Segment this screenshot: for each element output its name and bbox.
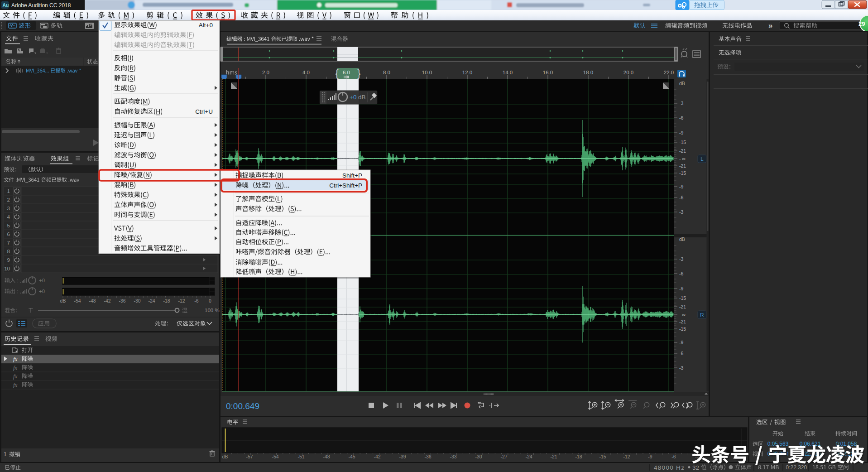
svg-text:-6: -6 xyxy=(679,271,683,276)
svg-text:6: 6 xyxy=(7,231,10,237)
svg-text:-45: -45 xyxy=(348,454,355,459)
svg-text:dB: dB xyxy=(679,236,685,242)
svg-text:-6: -6 xyxy=(679,195,683,200)
svg-text:-6: -6 xyxy=(671,454,676,459)
svg-text:-15: -15 xyxy=(679,295,686,301)
svg-text:-18: -18 xyxy=(575,454,582,459)
svg-text:22.0: 22.0 xyxy=(664,70,674,75)
svg-text:-3: -3 xyxy=(679,101,683,106)
svg-text:-6: -6 xyxy=(679,115,683,120)
svg-text:-21: -21 xyxy=(679,163,686,169)
svg-text:0: 0 xyxy=(209,298,211,303)
svg-text:-21: -21 xyxy=(679,319,686,324)
svg-text:-9: -9 xyxy=(679,286,683,291)
svg-text:-48: -48 xyxy=(323,454,330,459)
svg-text:0:22.320: 0:22.320 xyxy=(786,464,807,471)
svg-text:-9: -9 xyxy=(648,454,652,459)
svg-text:-30: -30 xyxy=(475,454,482,459)
svg-text:}: } xyxy=(357,67,360,79)
svg-text:10.0: 10.0 xyxy=(422,70,432,75)
svg-text:- ∞: - ∞ xyxy=(679,312,686,317)
svg-text:-15: -15 xyxy=(679,326,686,332)
svg-text:7: 7 xyxy=(7,240,10,246)
svg-text:fx: fx xyxy=(13,381,18,388)
svg-text:-9: -9 xyxy=(679,184,683,189)
svg-text:+0: +0 xyxy=(350,94,356,101)
svg-text:-24: -24 xyxy=(148,298,155,303)
svg-text:-3: -3 xyxy=(679,209,683,215)
svg-text:-27: -27 xyxy=(500,454,507,459)
svg-text:fx: fx xyxy=(13,364,18,371)
svg-text:-24: -24 xyxy=(525,454,532,459)
svg-text:2.0: 2.0 xyxy=(262,70,269,75)
svg-text:12.0: 12.0 xyxy=(462,70,472,75)
svg-text:+0: +0 xyxy=(39,278,45,283)
svg-text:4.0: 4.0 xyxy=(302,70,310,75)
svg-text:-6: -6 xyxy=(194,298,198,303)
svg-text:-33: -33 xyxy=(450,454,456,459)
svg-text:3: 3 xyxy=(7,206,10,211)
svg-text:-48: -48 xyxy=(89,298,96,303)
svg-text:R: R xyxy=(700,312,704,318)
svg-text:-54: -54 xyxy=(74,298,81,303)
svg-text:-21: -21 xyxy=(679,148,686,154)
svg-text:14.0: 14.0 xyxy=(503,70,513,75)
svg-text:dB: dB xyxy=(60,298,66,303)
svg-text:48000 Hz: 48000 Hz xyxy=(654,464,685,471)
svg-text:-21: -21 xyxy=(679,304,686,309)
svg-text:5: 5 xyxy=(7,223,10,228)
svg-text:-36: -36 xyxy=(424,454,431,459)
svg-text:29: 29 xyxy=(858,20,865,27)
svg-text:1: 1 xyxy=(7,188,10,194)
svg-text:-9: -9 xyxy=(679,130,683,135)
svg-text:-12: -12 xyxy=(623,454,630,459)
svg-text:4: 4 xyxy=(7,214,10,220)
svg-text:Adobe Audition CC 2018: Adobe Audition CC 2018 xyxy=(11,2,71,9)
svg-text:1: 1 xyxy=(4,451,7,458)
svg-text:20.0: 20.0 xyxy=(623,70,633,75)
svg-text:-15: -15 xyxy=(599,454,606,459)
svg-text:8.0: 8.0 xyxy=(383,70,390,75)
svg-text:{: { xyxy=(335,67,338,79)
svg-text:-54: -54 xyxy=(272,454,278,459)
svg-text:9: 9 xyxy=(7,257,10,263)
svg-text:-18: -18 xyxy=(163,298,170,303)
svg-text:fx: fx xyxy=(13,373,18,380)
svg-text:L: L xyxy=(700,156,704,162)
svg-text:- ∞: - ∞ xyxy=(679,156,686,161)
svg-text:-3: -3 xyxy=(679,365,683,371)
svg-text:»: » xyxy=(768,21,772,30)
svg-text:-30: -30 xyxy=(134,298,140,303)
svg-text:-21: -21 xyxy=(550,454,557,459)
svg-text:-51: -51 xyxy=(297,454,304,459)
svg-text:-6: -6 xyxy=(679,351,683,356)
svg-text:-42: -42 xyxy=(374,454,380,459)
svg-text:100 %: 100 % xyxy=(205,308,220,313)
svg-text:-9: -9 xyxy=(679,340,683,345)
svg-text:8: 8 xyxy=(7,249,10,254)
svg-text:18.0: 18.0 xyxy=(583,70,593,75)
svg-text:-15: -15 xyxy=(679,170,686,176)
svg-text:dB: dB xyxy=(358,94,366,101)
svg-text:-3: -3 xyxy=(679,256,683,262)
svg-text:Alt+0: Alt+0 xyxy=(199,22,213,29)
svg-text:16.0: 16.0 xyxy=(543,70,553,75)
svg-text:Ctrl+Shift+P: Ctrl+Shift+P xyxy=(329,182,362,189)
svg-text:-12: -12 xyxy=(178,298,185,303)
svg-text:6.0: 6.0 xyxy=(343,70,350,75)
svg-text:Au: Au xyxy=(3,2,9,8)
svg-text:+0: +0 xyxy=(39,289,45,294)
svg-text:10: 10 xyxy=(4,266,10,271)
svg-text:2: 2 xyxy=(7,197,10,202)
svg-text:-36: -36 xyxy=(119,298,125,303)
svg-text:fx: fx xyxy=(13,356,18,362)
svg-text:Ctrl+U: Ctrl+U xyxy=(195,108,213,115)
svg-text:-42: -42 xyxy=(104,298,110,303)
svg-text:-57: -57 xyxy=(246,454,253,459)
svg-text:dB: dB xyxy=(679,81,685,86)
svg-text:32: 32 xyxy=(692,464,699,471)
svg-text:-15: -15 xyxy=(679,140,686,145)
svg-text:Shift+P: Shift+P xyxy=(342,172,362,179)
svg-text:0:00.649: 0:00.649 xyxy=(226,401,259,411)
